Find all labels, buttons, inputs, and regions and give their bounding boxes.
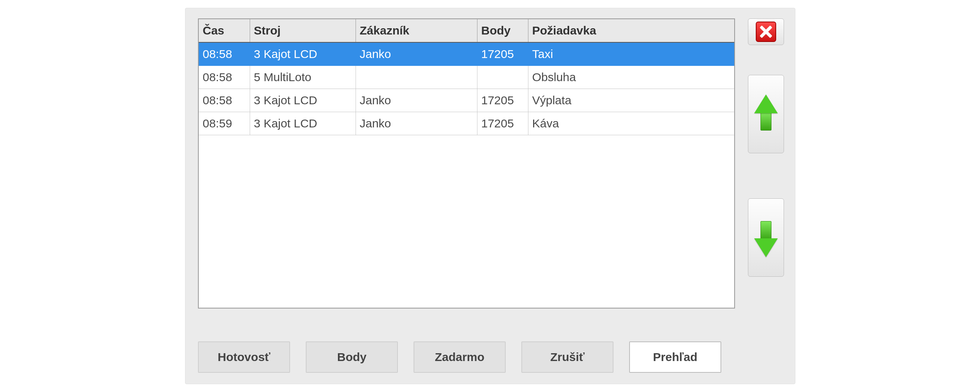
- col-header-points: Body: [477, 19, 528, 42]
- cell-customer: Janko: [356, 89, 477, 112]
- table-row[interactable]: 08:583 Kajot LCDJanko17205Výplata: [199, 89, 734, 112]
- close-icon: [756, 22, 776, 42]
- cell-request: Výplata: [528, 89, 734, 112]
- col-header-customer: Zákazník: [356, 19, 477, 42]
- cell-points: 17205: [477, 112, 528, 135]
- table-row[interactable]: 08:583 Kajot LCDJanko17205Taxi: [199, 42, 734, 66]
- cell-time: 08:59: [199, 112, 250, 135]
- cell-machine: 3 Kajot LCD: [250, 112, 356, 135]
- requests-table: Čas Stroj Zákazník Body Požiadavka 08:58…: [199, 19, 734, 135]
- overview-button[interactable]: Prehľad: [629, 341, 721, 373]
- cell-points: [477, 66, 528, 89]
- requests-table-container: Čas Stroj Zákazník Body Požiadavka 08:58…: [198, 18, 735, 309]
- cell-time: 08:58: [199, 89, 250, 112]
- cell-machine: 3 Kajot LCD: [250, 89, 356, 112]
- close-button[interactable]: [748, 18, 784, 45]
- arrow-up-icon: [754, 94, 778, 134]
- cell-time: 08:58: [199, 66, 250, 89]
- cell-time: 08:58: [199, 42, 250, 66]
- cell-machine: 5 MultiLoto: [250, 66, 356, 89]
- cash-button[interactable]: Hotovosť: [198, 341, 290, 373]
- cell-request: Taxi: [528, 42, 734, 66]
- requests-panel: Čas Stroj Zákazník Body Požiadavka 08:58…: [185, 8, 795, 384]
- cell-points: 17205: [477, 42, 528, 66]
- col-header-machine: Stroj: [250, 19, 356, 42]
- table-row[interactable]: 08:585 MultiLotoObsluha: [199, 66, 734, 89]
- table-row[interactable]: 08:593 Kajot LCDJanko17205Káva: [199, 112, 734, 135]
- cell-customer: Janko: [356, 112, 477, 135]
- cell-customer: [356, 66, 477, 89]
- free-button[interactable]: Zadarmo: [414, 341, 506, 373]
- cancel-button[interactable]: Zrušiť: [521, 341, 613, 373]
- scroll-down-button[interactable]: [748, 198, 784, 277]
- cell-points: 17205: [477, 89, 528, 112]
- cell-request: Obsluha: [528, 66, 734, 89]
- cell-customer: Janko: [356, 42, 477, 66]
- cell-request: Káva: [528, 112, 734, 135]
- cell-machine: 3 Kajot LCD: [250, 42, 356, 66]
- table-header-row: Čas Stroj Zákazník Body Požiadavka: [199, 19, 734, 42]
- col-header-request: Požiadavka: [528, 19, 734, 42]
- arrow-down-icon: [754, 218, 778, 257]
- col-header-time: Čas: [199, 19, 250, 42]
- action-bar: Hotovosť Body Zadarmo Zrušiť Prehľad: [198, 341, 784, 373]
- points-button[interactable]: Body: [306, 341, 398, 373]
- scroll-up-button[interactable]: [748, 75, 784, 153]
